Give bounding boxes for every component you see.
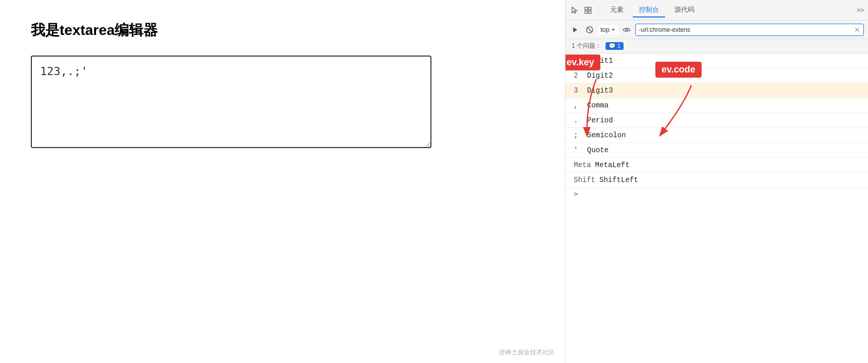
log-row: MetaMetaLeft: [565, 158, 868, 173]
svg-marker-7: [612, 29, 615, 31]
log-rows-container: 1Digit12Digit23Digit3,Comma.Period;Semic…: [565, 53, 868, 188]
svg-rect-1: [589, 7, 591, 10]
tab-console[interactable]: 控制台: [633, 3, 665, 17]
log-key: 2: [574, 70, 583, 81]
log-value: Comma: [587, 100, 609, 111]
log-key: 3: [574, 85, 583, 96]
svg-rect-3: [589, 11, 591, 13]
svg-point-8: [626, 28, 628, 30]
log-key: ;: [574, 130, 583, 141]
log-row: 3Digit3: [565, 83, 868, 98]
devtools-panel: 元素 控制台 源代码 >> top: [565, 0, 868, 363]
textarea-editor[interactable]: 123,.;': [31, 56, 431, 148]
log-value: Semicolon: [587, 130, 626, 141]
top-frame-selector[interactable]: top: [598, 25, 618, 34]
filter-input-wrap[interactable]: ✕: [635, 24, 864, 36]
top-label: top: [600, 26, 610, 33]
log-row: ;Semicolon: [565, 128, 868, 143]
console-log-area: ev.key ev.code 1Digit12Di: [565, 53, 868, 363]
tab-sources[interactable]: 源代码: [668, 3, 701, 17]
svg-rect-2: [585, 11, 588, 13]
prompt-symbol: >: [574, 190, 578, 198]
filter-input[interactable]: [639, 26, 854, 33]
chat-icon: 💬: [609, 43, 616, 49]
log-row: 2Digit2: [565, 68, 868, 83]
page-title: 我是textarea编辑器: [31, 21, 534, 40]
log-key: Meta: [574, 159, 591, 171]
log-value: Digit2: [587, 70, 613, 81]
log-row: 1Digit1: [565, 53, 868, 68]
more-tabs-button[interactable]: >>: [857, 7, 864, 14]
log-row: ,Comma: [565, 98, 868, 113]
left-panel: 我是textarea编辑器 123,.;' @稀土掘金技术社区: [0, 0, 565, 363]
eye-icon[interactable]: [621, 24, 632, 35]
issues-count: 1: [617, 43, 620, 49]
log-value: Period: [587, 115, 613, 126]
tab-elements[interactable]: 元素: [604, 3, 630, 17]
log-key: ,: [574, 100, 583, 111]
log-row: .Period: [565, 113, 868, 128]
devtools-secondary-toolbar: top ✕: [565, 21, 868, 39]
log-key: .: [574, 115, 583, 126]
log-row: 'Quote: [565, 143, 868, 158]
issues-bar: 1 个问题： 💬 1: [565, 39, 868, 53]
log-row: ShiftShiftLeft: [565, 173, 868, 188]
console-prompt[interactable]: >: [565, 188, 868, 200]
issues-count-badge[interactable]: 💬 1: [606, 42, 624, 50]
log-key: ': [574, 144, 583, 156]
cursor-icon[interactable]: [570, 5, 580, 15]
devtools-top-toolbar: 元素 控制台 源代码 >>: [565, 0, 868, 21]
log-key: 1: [574, 55, 583, 66]
svg-rect-0: [585, 7, 588, 10]
play-button[interactable]: [570, 24, 581, 35]
svg-marker-4: [573, 27, 577, 32]
log-value: Quote: [587, 144, 609, 156]
textarea-container: 123,.;': [31, 56, 534, 150]
log-value: Digit3: [587, 85, 613, 96]
block-icon[interactable]: [584, 24, 595, 35]
log-value: ShiftLeft: [599, 174, 638, 186]
watermark: @稀土掘金技术社区: [499, 348, 555, 357]
log-value: MetaLeft: [595, 159, 630, 171]
toolbar-separator-1: [598, 5, 599, 15]
inspector-icon[interactable]: [583, 5, 593, 15]
filter-clear-button[interactable]: ✕: [854, 26, 860, 34]
svg-line-6: [588, 27, 592, 32]
log-key: Shift: [574, 174, 595, 186]
issues-label: 1 个问题：: [572, 42, 601, 50]
log-value: Digit1: [587, 55, 613, 66]
